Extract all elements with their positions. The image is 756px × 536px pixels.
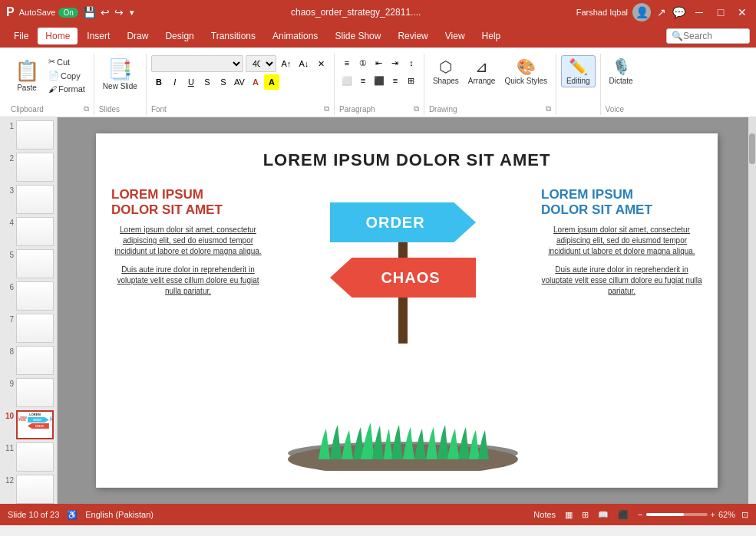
slide-thumbnail-2[interactable]: [16, 153, 54, 182]
align-center-button[interactable]: ≡: [355, 73, 371, 88]
left-body-text-2: Duis aute irure dolor in reprehenderit i…: [111, 265, 265, 297]
slide-thumbnail-12[interactable]: [16, 475, 54, 504]
dropdown-icon[interactable]: ▼: [128, 8, 136, 17]
save-icon[interactable]: 💾: [83, 6, 96, 18]
slide-thumb-2: 2: [3, 153, 54, 182]
autosave-toggle[interactable]: On: [58, 8, 78, 18]
zoom-fill: [646, 513, 685, 516]
editing-button[interactable]: ✏️ Editing: [561, 55, 596, 87]
search-input[interactable]: [683, 31, 744, 41]
app-logo-icon: P: [6, 5, 15, 19]
minimize-button[interactable]: ─: [692, 5, 707, 20]
menu-home[interactable]: Home: [38, 28, 78, 44]
undo-icon[interactable]: ↩: [101, 6, 110, 18]
slide-thumb-3: 3: [3, 185, 54, 214]
ribbon-group-voice: 🎙️ Dictate Voice: [601, 54, 642, 115]
font-expand-icon[interactable]: ⧉: [324, 104, 329, 113]
list-bullets-button[interactable]: ≡: [339, 55, 355, 71]
menu-view[interactable]: View: [437, 28, 473, 44]
paste-button[interactable]: 📋 Paste: [11, 57, 43, 94]
slide-body: LOREM IPSUM DOLOR SIT AMET Lorem ipsum d…: [96, 179, 718, 471]
notes-button[interactable]: Notes: [533, 510, 556, 519]
menu-design[interactable]: Design: [157, 28, 201, 44]
avatar: 👤: [632, 3, 651, 21]
vertical-scrollbar[interactable]: [748, 117, 756, 504]
redo-icon[interactable]: ↪: [114, 6, 124, 18]
arrange-button[interactable]: ⊿ Arrange: [464, 55, 500, 87]
cut-button[interactable]: ✂ Cut: [45, 55, 89, 68]
slide-thumbnail-3[interactable]: [16, 185, 54, 214]
ribbon-group-drawing: ⬡ Shapes ⊿ Arrange 🎨 Quick Styles Drawin…: [424, 54, 556, 115]
normal-view-button[interactable]: ▦: [562, 508, 576, 521]
menu-slideshow[interactable]: Slide Show: [327, 28, 388, 44]
paragraph-expand-icon[interactable]: ⧉: [414, 104, 419, 113]
quick-styles-button[interactable]: 🎨 Quick Styles: [500, 55, 551, 87]
new-slide-button[interactable]: 📑 New Slide: [99, 55, 141, 93]
strikethrough-button[interactable]: S: [200, 74, 215, 90]
reading-view-button[interactable]: 📖: [595, 508, 612, 521]
shadow-button[interactable]: S: [216, 74, 231, 90]
drawing-expand-icon[interactable]: ⧉: [546, 104, 551, 113]
slide-thumbnail-4[interactable]: [16, 217, 54, 246]
menu-animations[interactable]: Animations: [265, 28, 325, 44]
left-heading: LOREM IPSUM DOLOR SIT AMET: [111, 187, 265, 219]
close-button[interactable]: ✕: [735, 5, 750, 20]
zoom-out-button[interactable]: −: [638, 510, 642, 519]
menu-review[interactable]: Review: [390, 28, 435, 44]
align-left-button[interactable]: ⬜: [339, 73, 355, 88]
line-spacing-button[interactable]: ↕: [404, 55, 419, 71]
align-right-button[interactable]: ⬛: [371, 73, 387, 88]
zoom-slider[interactable]: [646, 513, 708, 516]
menu-file[interactable]: File: [6, 28, 36, 44]
decrease-font-button[interactable]: A↓: [296, 56, 312, 71]
scrollbar-thumb[interactable]: [749, 133, 755, 164]
decrease-indent-button[interactable]: ⇤: [371, 55, 387, 71]
slide-thumbnail-8[interactable]: [16, 346, 54, 375]
menu-insert[interactable]: Insert: [79, 28, 117, 44]
slide-thumbnail-6[interactable]: [16, 281, 54, 311]
highlight-button[interactable]: A: [264, 74, 279, 90]
format-painter-button[interactable]: 🖌 Format: [45, 83, 89, 95]
sign-post-top: [398, 242, 408, 258]
slide-thumbnail-1[interactable]: [16, 120, 54, 150]
slide-thumbnail-11[interactable]: [16, 442, 54, 472]
order-arrow: ORDER: [330, 202, 476, 242]
maximize-button[interactable]: □: [713, 5, 728, 20]
columns-button[interactable]: ⊞: [404, 73, 419, 88]
bold-button[interactable]: B: [151, 74, 167, 90]
clipboard-expand-icon[interactable]: ⧉: [84, 104, 89, 113]
slide-thumbnail-5[interactable]: [16, 249, 54, 278]
font-family-dropdown[interactable]: [151, 55, 243, 72]
char-spacing-button[interactable]: AV: [232, 74, 247, 90]
comments-icon[interactable]: 💬: [672, 6, 685, 18]
shapes-button[interactable]: ⬡ Shapes: [429, 55, 463, 87]
increase-font-button[interactable]: A↑: [279, 56, 294, 71]
copy-button[interactable]: 📄 Copy: [45, 69, 89, 82]
justify-button[interactable]: ≡: [388, 73, 403, 88]
content-area: LOREM IPSUM DOLOR SIT AMET LOREM IPSUM D…: [58, 117, 756, 504]
dictate-button[interactable]: 🎙️ Dictate: [606, 55, 637, 87]
italic-button[interactable]: I: [167, 74, 183, 90]
menu-transitions[interactable]: Transitions: [203, 28, 263, 44]
menu-bar: File Home Insert Draw Design Transitions…: [0, 25, 756, 48]
share-icon[interactable]: ↗: [657, 6, 666, 18]
slide-thumbnail-10[interactable]: LOREM LOREM IPSUM ORDER CHAOS LOREM IPSU: [16, 410, 54, 439]
menu-help[interactable]: Help: [474, 28, 509, 44]
slide-canvas[interactable]: LOREM IPSUM DOLOR SIT AMET LOREM IPSUM D…: [96, 133, 718, 488]
slideshow-button[interactable]: ⬛: [615, 508, 632, 521]
list-numbers-button[interactable]: ①: [355, 55, 371, 71]
font-size-dropdown[interactable]: 40: [246, 55, 276, 72]
slide-center-column: ORDER CHAOS: [272, 179, 533, 471]
underline-button[interactable]: U: [183, 74, 199, 90]
filename-title: chaos_order_strategy_22811....: [291, 7, 421, 18]
copy-icon: 📄: [48, 71, 59, 81]
slide-thumbnail-7[interactable]: [16, 314, 54, 343]
zoom-in-button[interactable]: +: [711, 510, 715, 519]
fit-page-button[interactable]: ⊡: [741, 510, 748, 520]
font-color-button[interactable]: A: [248, 74, 263, 90]
slide-sorter-button[interactable]: ⊞: [579, 508, 592, 521]
slide-thumbnail-9[interactable]: [16, 378, 54, 407]
menu-draw[interactable]: Draw: [119, 28, 156, 44]
clear-format-button[interactable]: ✕: [314, 56, 329, 71]
increase-indent-button[interactable]: ⇥: [388, 55, 403, 71]
